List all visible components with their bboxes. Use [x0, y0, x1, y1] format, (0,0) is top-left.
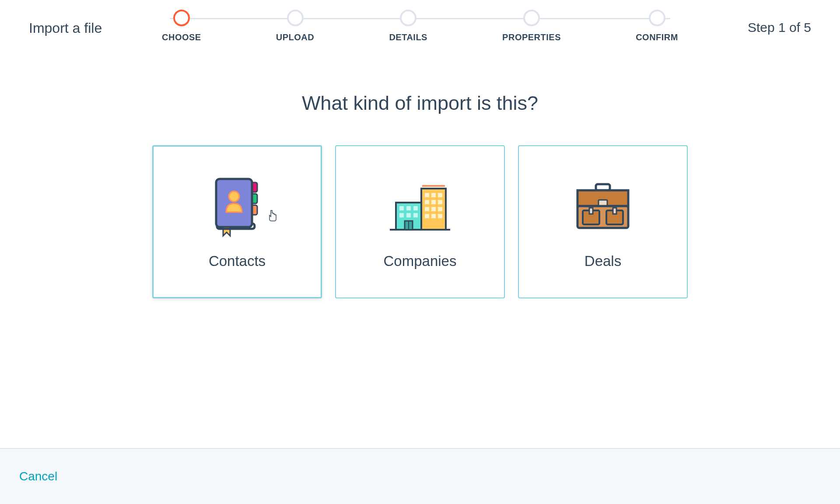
svg-rect-10 — [438, 193, 442, 197]
step-circle-choose — [173, 10, 190, 26]
svg-rect-8 — [425, 193, 429, 197]
svg-rect-17 — [425, 214, 429, 218]
step-circle-properties — [523, 10, 540, 26]
svg-rect-16 — [438, 207, 442, 211]
main-heading: What kind of import is this? — [0, 92, 840, 115]
main-content: What kind of import is this? — [0, 13, 840, 298]
step-label: CONFIRM — [636, 32, 678, 42]
step-label: PROPERTIES — [502, 32, 561, 42]
svg-rect-9 — [431, 193, 436, 197]
svg-rect-34 — [589, 208, 593, 214]
card-deals[interactable]: Deals — [518, 145, 688, 298]
svg-rect-19 — [438, 214, 442, 218]
card-contacts[interactable]: Contacts — [152, 145, 322, 298]
cancel-button[interactable]: Cancel — [19, 469, 57, 483]
step-label: CHOOSE — [162, 32, 201, 42]
svg-point-4 — [229, 191, 239, 202]
address-book-icon — [204, 174, 270, 240]
step-confirm: CONFIRM — [636, 10, 678, 42]
svg-rect-14 — [425, 207, 429, 211]
cursor-pointer-icon — [266, 210, 279, 222]
svg-rect-7 — [422, 185, 445, 187]
card-label: Deals — [584, 253, 621, 270]
step-circle-confirm — [649, 10, 665, 26]
svg-rect-12 — [431, 200, 436, 204]
wizard-footer: Cancel — [0, 448, 840, 504]
svg-rect-18 — [431, 214, 436, 218]
svg-rect-21 — [399, 206, 404, 210]
page-title: Import a file — [29, 20, 102, 36]
svg-rect-11 — [425, 200, 429, 204]
svg-rect-24 — [399, 213, 404, 217]
wizard-header: Import a file CHOOSE UPLOAD DETAILS PROP… — [0, 0, 840, 13]
step-circle-details — [400, 10, 416, 26]
svg-rect-22 — [406, 206, 411, 210]
svg-rect-25 — [406, 213, 411, 217]
briefcase-icon — [570, 174, 636, 240]
svg-rect-23 — [413, 206, 418, 210]
step-properties: PROPERTIES — [502, 10, 561, 42]
card-companies[interactable]: Companies — [335, 145, 505, 298]
step-label: DETAILS — [389, 32, 427, 42]
svg-rect-13 — [438, 200, 442, 204]
svg-rect-35 — [613, 208, 616, 214]
step-circle-upload — [287, 10, 304, 26]
step-upload: UPLOAD — [276, 10, 314, 42]
card-label: Companies — [384, 253, 457, 270]
step-details: DETAILS — [389, 10, 427, 42]
step-choose: CHOOSE — [162, 10, 201, 42]
svg-rect-15 — [431, 207, 436, 211]
step-indicator: Step 1 of 5 — [748, 20, 811, 35]
buildings-icon — [387, 174, 453, 240]
stepper: CHOOSE UPLOAD DETAILS PROPERTIES CONFIRM — [162, 10, 678, 42]
svg-rect-26 — [413, 213, 418, 217]
step-label: UPLOAD — [276, 32, 314, 42]
import-type-cards: Contacts — [0, 145, 840, 298]
card-label: Contacts — [209, 253, 266, 270]
